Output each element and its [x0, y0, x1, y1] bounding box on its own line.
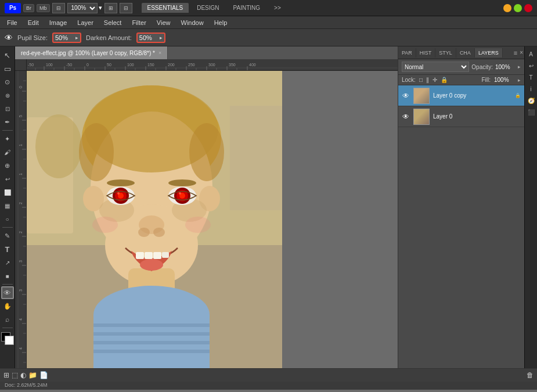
- ruler-left-svg: 0 5 1 1 2 2 3 3: [15, 71, 27, 379]
- maximize-button[interactable]: [514, 4, 522, 12]
- layer-item-base[interactable]: 👁 Layer 0: [398, 106, 524, 127]
- panel-tabs: PAR HIST STYL CHA LAYERS ≡ ×: [398, 46, 524, 59]
- workspace-tab-design[interactable]: DESIGN: [191, 3, 225, 13]
- workspace-tab-more[interactable]: >>: [268, 3, 287, 13]
- layers-add-style-button[interactable]: ⊞: [3, 371, 9, 379]
- fill-arrow[interactable]: ▸: [518, 77, 521, 83]
- opacity-arrow[interactable]: ▸: [518, 64, 521, 70]
- tool-dodge[interactable]: ○: [1, 213, 14, 225]
- tool-pen[interactable]: ✎: [1, 229, 14, 242]
- svg-text:3: 3: [19, 289, 23, 292]
- tool-red-eye[interactable]: 👁: [1, 286, 14, 299]
- canvas-viewport[interactable]: -50 100 -50 0 50 100 150: [15, 59, 398, 379]
- menu-layer[interactable]: Layer: [73, 18, 98, 27]
- tool-rectangle-select[interactable]: ▭: [1, 62, 14, 75]
- lock-move-icon[interactable]: ✛: [433, 77, 437, 83]
- tool-eyedropper[interactable]: ✒: [1, 116, 14, 128]
- layer-name-base: Layer 0: [433, 113, 521, 120]
- workspace-tab-essentials[interactable]: ESSENTIALS: [142, 3, 189, 13]
- svg-point-100: [179, 192, 181, 195]
- zoom-control: 100% 50% 200% ▾: [67, 3, 102, 13]
- lock-label: Lock:: [402, 77, 416, 83]
- workspace-tab-painting[interactable]: PAINTING: [228, 3, 266, 13]
- minimize-button[interactable]: [503, 4, 511, 12]
- lock-brush-icon[interactable]: ∥: [426, 77, 429, 83]
- menu-filter[interactable]: Filter: [127, 18, 150, 27]
- layer-thumb-copy: [413, 88, 430, 104]
- strip-info-btn[interactable]: i: [526, 84, 536, 94]
- zoom-select[interactable]: 100% 50% 200%: [67, 3, 98, 13]
- svg-rect-114: [230, 106, 282, 210]
- document-tab[interactable]: red-eye-effect.jpg @ 100% (Layer 0 copy,…: [15, 46, 168, 59]
- blend-row: Normal Dissolve Multiply Screen Overlay …: [398, 59, 524, 75]
- tool-zoom[interactable]: ⌕: [1, 313, 14, 326]
- pupil-size-input[interactable]: [55, 34, 75, 41]
- darken-amount-arrow[interactable]: ▸: [160, 35, 163, 41]
- menu-edit[interactable]: Edit: [23, 18, 44, 27]
- menu-view[interactable]: View: [152, 18, 175, 27]
- titlebar-right: [503, 4, 532, 12]
- close-button[interactable]: [524, 4, 532, 12]
- lock-all-icon[interactable]: 🔒: [441, 77, 448, 83]
- strip-color-btn[interactable]: A: [526, 49, 536, 59]
- panel-tab-layers[interactable]: LAYERS: [475, 48, 503, 57]
- thumbnail-icon[interactable]: ⊟: [52, 3, 65, 13]
- layers-new-button[interactable]: 📄: [39, 371, 48, 379]
- tool-type[interactable]: T: [1, 243, 14, 256]
- strip-nav-btn[interactable]: 🧭: [526, 95, 536, 106]
- strip-tool-btn[interactable]: T: [526, 72, 536, 82]
- opacity-value[interactable]: 100%: [495, 64, 516, 70]
- panel-tab-par[interactable]: PAR: [398, 48, 416, 57]
- svg-rect-105: [145, 252, 153, 259]
- layers-delete-button[interactable]: 🗑: [527, 371, 534, 379]
- menu-select[interactable]: Select: [99, 18, 127, 27]
- panel-menu-icon[interactable]: ≡: [514, 49, 520, 56]
- svg-text:400: 400: [249, 63, 256, 67]
- tool-history-brush[interactable]: ↩: [1, 172, 14, 185]
- tool-brush[interactable]: 🖌: [1, 146, 14, 159]
- tool-lasso[interactable]: ⊙: [1, 75, 14, 88]
- tool-quick-select[interactable]: ⊛: [1, 89, 14, 102]
- tool-gradient[interactable]: ▦: [1, 199, 14, 212]
- svg-rect-85: [93, 341, 210, 344]
- menu-image[interactable]: Image: [45, 18, 72, 27]
- layer-name-copy: Layer 0 copy: [433, 92, 511, 99]
- layer-item-copy[interactable]: 👁 Layer 0 copy 🔒: [398, 85, 524, 106]
- tool-eraser[interactable]: ⬜: [1, 186, 14, 199]
- strip-swatches-btn[interactable]: ⬛: [526, 107, 536, 117]
- panel-collapse-icon[interactable]: ×: [520, 49, 524, 56]
- tool-move[interactable]: ↖: [1, 49, 14, 62]
- layer-visibility-base[interactable]: 👁: [402, 113, 410, 121]
- tool-clone[interactable]: ⊕: [1, 159, 14, 172]
- tool-hand[interactable]: ✋: [1, 300, 14, 312]
- menu-window[interactable]: Window: [176, 18, 208, 27]
- panel-tab-styl[interactable]: STYL: [435, 48, 456, 57]
- strip-history-btn[interactable]: ↩: [526, 60, 536, 71]
- mini-bridge-button[interactable]: Mb: [37, 4, 50, 12]
- fill-value[interactable]: 100%: [494, 77, 514, 83]
- layers-adjustment-button[interactable]: ◐: [20, 371, 26, 379]
- lock-transparent-icon[interactable]: □: [419, 77, 423, 83]
- layout-icon[interactable]: ⊟: [120, 3, 132, 13]
- tool-crop[interactable]: ⊡: [1, 102, 14, 115]
- background-color[interactable]: [5, 336, 14, 345]
- arrange-icon[interactable]: ⊞: [104, 3, 117, 13]
- blend-mode-select[interactable]: Normal Dissolve Multiply Screen Overlay: [402, 62, 469, 72]
- svg-text:2: 2: [19, 202, 23, 204]
- panel-tab-cha[interactable]: CHA: [456, 48, 475, 57]
- pupil-size-arrow[interactable]: ▸: [75, 35, 78, 41]
- layer-visibility-copy[interactable]: 👁: [402, 92, 410, 100]
- svg-text:5: 5: [19, 115, 23, 117]
- menu-help[interactable]: Help: [210, 18, 232, 27]
- tool-spot-healing[interactable]: ✦: [1, 132, 14, 145]
- document-tab-close[interactable]: ×: [158, 50, 161, 56]
- tool-shape[interactable]: ■: [1, 269, 14, 282]
- panel-tab-hist[interactable]: HIST: [416, 48, 436, 57]
- layers-group-button[interactable]: 📁: [28, 371, 37, 379]
- tool-path-selection[interactable]: ↗: [1, 256, 14, 269]
- darken-amount-input[interactable]: [139, 34, 160, 41]
- menu-file[interactable]: File: [2, 18, 22, 27]
- photo-canvas[interactable]: [27, 71, 282, 373]
- layers-mask-button[interactable]: ⬚: [12, 371, 18, 379]
- bridge-button[interactable]: Br: [23, 4, 34, 12]
